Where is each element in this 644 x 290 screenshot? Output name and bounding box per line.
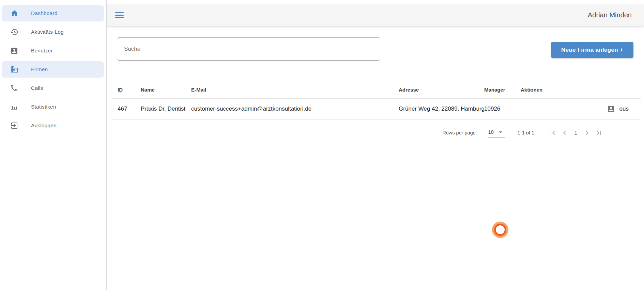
sidebar-item-calls[interactable]: Calls — [2, 80, 104, 96]
page-navigation: 1 — [549, 129, 603, 137]
cell-address: Grüner Weg 42, 22089, Hamburg — [399, 106, 484, 112]
new-company-button[interactable]: Neue Firma anlegen + — [551, 42, 633, 58]
sidebar-item-activity-log[interactable]: Aktivitäts-Log — [2, 24, 104, 40]
cell-manager: 10926 — [484, 106, 521, 112]
account-icon[interactable] — [607, 105, 615, 113]
first-page-icon[interactable] — [549, 129, 557, 137]
column-header-name: Name — [141, 87, 191, 93]
history-icon — [10, 28, 18, 36]
logout-icon — [10, 122, 18, 130]
main-content: Neue Firma anlegen + ID Name E-Mail Adre… — [107, 26, 644, 290]
sidebar: Dashboard Aktivitäts-Log Benutzer Firmen… — [0, 0, 107, 290]
sidebar-item-label: Firmen — [31, 66, 48, 72]
chevron-left-icon[interactable] — [561, 129, 569, 137]
hamburger-menu-icon[interactable] — [115, 12, 124, 18]
caret-down-icon — [497, 128, 504, 136]
user-icon — [10, 47, 18, 55]
search-input[interactable] — [117, 37, 380, 61]
rows-per-page-select[interactable]: 10 — [488, 128, 505, 138]
sidebar-item-label: Statistiken — [31, 104, 56, 110]
table-header-row: ID Name E-Mail Adresse Manager Aktionen — [112, 70, 641, 99]
topbar: Adrian Minden — [107, 4, 644, 26]
cell-email: customer-success+admin@arztkonsultation.… — [191, 106, 399, 112]
last-page-icon[interactable] — [595, 129, 603, 137]
sidebar-item-label: Aktivitäts-Log — [31, 29, 64, 35]
cell-name: Praxis Dr. Dentist — [141, 106, 191, 112]
column-header-id: ID — [118, 87, 141, 93]
home-icon — [10, 9, 18, 17]
phone-icon — [10, 84, 18, 92]
chevron-right-icon[interactable] — [583, 129, 591, 137]
column-header-actions: Aktionen — [521, 87, 641, 93]
user-name[interactable]: Adrian Minden — [588, 4, 632, 26]
chart-icon — [10, 103, 18, 111]
cell-id: 467 — [118, 106, 141, 112]
action-text[interactable]: ous — [619, 106, 629, 112]
companies-table: ID Name E-Mail Adresse Manager Aktionen … — [112, 70, 641, 119]
pagination-bar: Rows per page: 10 1-1 of 1 1 — [442, 124, 603, 142]
pagination-range: 1-1 of 1 — [518, 130, 534, 135]
sidebar-item-statistics[interactable]: Statistiken — [2, 99, 104, 115]
sidebar-item-logout[interactable]: Ausloggen — [2, 117, 104, 134]
company-icon — [10, 65, 18, 74]
sidebar-item-label: Calls — [31, 85, 43, 91]
loading-spinner — [496, 225, 505, 234]
sidebar-item-dashboard[interactable]: Dashboard — [2, 5, 104, 21]
table-row: 467 Praxis Dr. Dentist customer-success+… — [112, 99, 641, 119]
rows-per-page-label: Rows per page: — [442, 130, 477, 135]
sidebar-item-label: Dashboard — [31, 10, 58, 16]
cell-actions: ous — [521, 105, 641, 113]
column-header-address: Adresse — [399, 87, 484, 93]
page-number[interactable]: 1 — [572, 130, 579, 136]
sidebar-item-label: Ausloggen — [31, 123, 57, 129]
sidebar-item-companies[interactable]: Firmen — [2, 61, 104, 78]
sidebar-item-label: Benutzer — [31, 48, 53, 54]
rows-per-page-value: 10 — [488, 129, 494, 135]
column-header-manager: Manager — [484, 87, 521, 93]
column-header-email: E-Mail — [191, 87, 399, 93]
sidebar-item-users[interactable]: Benutzer — [2, 43, 104, 59]
